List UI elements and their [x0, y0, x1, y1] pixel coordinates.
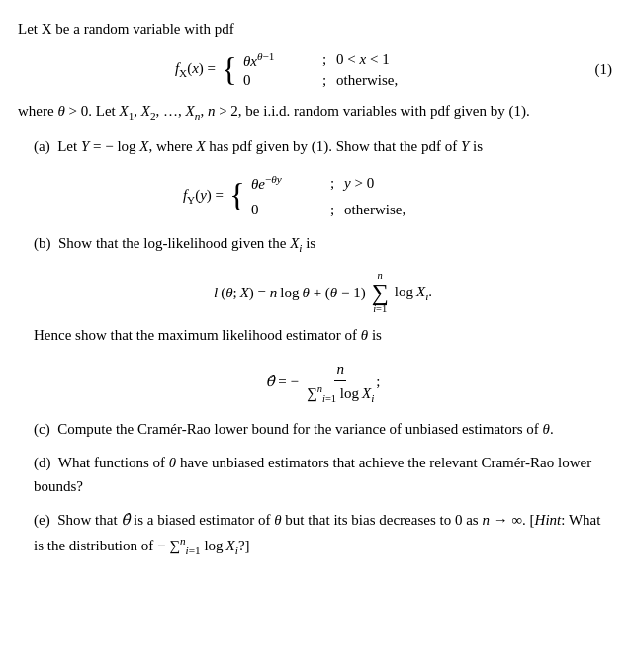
left-brace: { [222, 53, 237, 86]
sum-lower: i=1 [373, 304, 387, 315]
ll-sum: n ∑ i=1 [370, 271, 391, 315]
part-e-text: Show that θ̂ is a biased estimator of θ … [34, 512, 600, 553]
case-2b-expr: 0 [251, 198, 320, 221]
case-2b-cond: otherwise, [344, 198, 463, 221]
part-b-text: Show that the log-likelihood given the X… [58, 235, 315, 251]
part-b-label: (b) [34, 235, 54, 251]
case-2a-expr: θe−θy [251, 170, 320, 196]
left-brace-2: { [229, 179, 245, 211]
intro-paragraph: Let X be a random variable with pdf [18, 18, 612, 41]
where-paragraph: where θ > 0. Let X1, X2, …, Xn, n > 2, b… [18, 99, 612, 125]
case-row-2a: θe−θy ; y > 0 [251, 170, 463, 196]
part-c-text: Compute the Cramér-Rao lower bound for t… [57, 421, 554, 437]
part-d-label: (d) [34, 455, 54, 470]
intro-text: Let X be a random variable with pdf [18, 21, 234, 37]
semicolon-2b: ; [330, 198, 334, 221]
part-d-text: What functions of θ have unbiased estima… [34, 455, 591, 494]
semicolon-1: ; [322, 51, 326, 68]
mle-numerator: n [334, 357, 346, 381]
fy-equation-block: fY(y) = { θe−θy ; y > 0 0 ; otherwise, [34, 170, 612, 221]
case-row-2: 0 ; otherwise, [243, 72, 455, 89]
fx-lhs: fX(x) = [175, 60, 216, 79]
case-2-cond: otherwise, [336, 72, 455, 89]
part-a-label: (a) [34, 138, 53, 154]
part-a: (a) Let Y = − log X, where X has pdf giv… [34, 134, 612, 221]
piecewise-1: { θxθ−1 ; 0 < x < 1 0 ; otherwise, [222, 50, 455, 89]
cases-2: θe−θy ; y > 0 0 ; otherwise, [251, 170, 463, 221]
case-row-2b: 0 ; otherwise, [251, 198, 463, 221]
log-likelihood-equation: l (θ; X) = n log θ + (θ − 1) n ∑ i=1 log… [34, 271, 612, 315]
mle-semicolon: ; [376, 370, 380, 393]
cases-1: θxθ−1 ; 0 < x < 1 0 ; otherwise, [243, 50, 455, 89]
part-b: (b) Show that the log-likelihood given t… [34, 231, 612, 408]
case-1-cond: 0 < x < 1 [336, 51, 455, 68]
case-row-1: θxθ−1 ; 0 < x < 1 [243, 50, 455, 70]
part-e-label: (e) [34, 512, 53, 528]
sigma-symbol: ∑ [372, 281, 389, 304]
semicolon-2: ; [322, 72, 326, 89]
mle-denominator: ∑ni=1 log Xi [305, 381, 376, 408]
semicolon-2a: ; [330, 171, 334, 195]
equation-1-block: fX(x) = { θxθ−1 ; 0 < x < 1 0 ; otherwis… [18, 50, 612, 89]
part-c: (c) Compute the Cramér-Rao lower bound f… [34, 417, 612, 441]
part-a-text: Let Y = − log X, where X has pdf given b… [57, 138, 483, 154]
mle-lhs: θ̂ = − [266, 370, 299, 393]
case-1-expr: θxθ−1 [243, 50, 313, 70]
part-e-sum: ∑ni=1 log Xi?] [169, 538, 249, 553]
sum-notation-1: n ∑ i=1 [372, 271, 389, 315]
mle-denom-sum: ∑ni=1 log Xi [307, 385, 374, 401]
case-2-expr: 0 [243, 72, 313, 89]
hence-text: Hence show that the maximum likelihood e… [34, 323, 612, 347]
case-2a-cond: y > 0 [344, 171, 463, 195]
mle-equation: θ̂ = − n ∑ni=1 log Xi ; [34, 357, 612, 408]
piecewise-2: { θe−θy ; y > 0 0 ; otherwise, [229, 170, 463, 221]
part-d: (d) What functions of θ have unbiased es… [34, 451, 612, 498]
main-content: Let X be a random variable with pdf fX(x… [18, 18, 612, 559]
eq-number-1: (1) [595, 61, 613, 78]
fy-lhs: fY(y) = [183, 183, 224, 209]
part-e: (e) Show that θ̂ is a biased estimator o… [34, 508, 612, 559]
ll-lhs: l (θ; X) = n log θ + (θ − 1) [214, 281, 366, 304]
mle-fraction: n ∑ni=1 log Xi [305, 357, 376, 408]
ll-rhs: log Xi. [395, 280, 432, 305]
part-c-label: (c) [34, 421, 53, 437]
